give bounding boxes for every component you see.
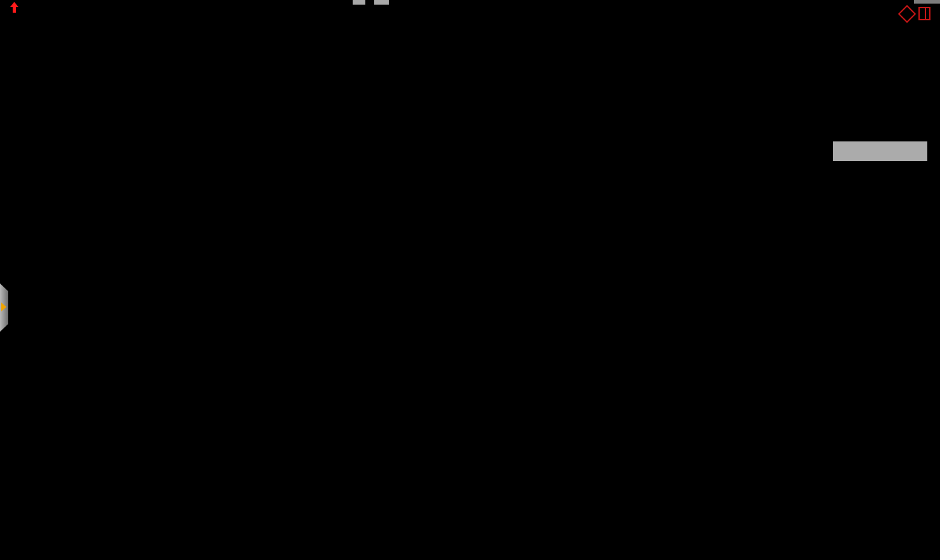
price-pane-header [1, 2, 51, 13]
diamond-icon[interactable] [898, 4, 916, 22]
chart-canvas[interactable] [0, 0, 940, 560]
split-window-icon[interactable] [918, 7, 930, 20]
toolbar-fragment [353, 0, 365, 5]
toolbar-fragment [374, 0, 389, 5]
window-controls [901, 7, 930, 20]
sidebar-collapse-handle[interactable] [0, 283, 8, 332]
price-range-highlight [833, 141, 927, 161]
toolbar-fragment [914, 0, 940, 4]
trend-up-icon [10, 2, 19, 13]
expand-arrow-icon [1, 303, 6, 311]
trading-terminal [0, 0, 940, 560]
